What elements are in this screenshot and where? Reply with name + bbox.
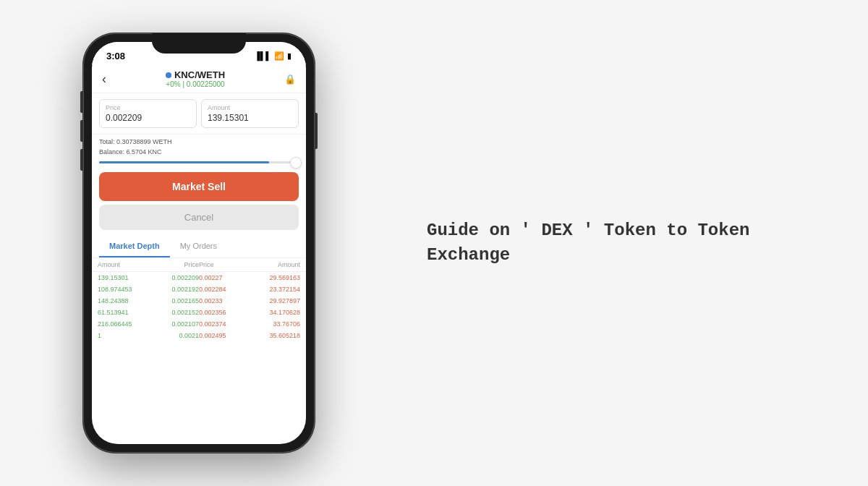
depth-amount-right: 29.927897 bbox=[250, 297, 300, 304]
depth-price-right: 0.002284 bbox=[199, 286, 250, 293]
wifi-icon: 📶 bbox=[274, 51, 284, 61]
phone-shell: 3:08 ▐▌▌ 📶 ▮ ‹ KNC/WETH +0% | 0.00225000 bbox=[83, 33, 315, 453]
depth-amount-left: 148.24388 bbox=[98, 297, 148, 304]
total-info: Total: 0.30738899 WETH Balance: 6.5704 K… bbox=[99, 137, 299, 157]
market-sell-button[interactable]: Market Sell bbox=[99, 172, 299, 201]
tab-market-depth[interactable]: Market Depth bbox=[99, 236, 170, 257]
depth-amount-left: 139.15301 bbox=[98, 274, 148, 281]
depth-row[interactable]: 61.513941 0.002152 0.002356 34.170628 bbox=[92, 307, 306, 318]
balance-knc: Balance: 6.5704 KNC bbox=[99, 148, 299, 158]
col-header-amount-left: Amount bbox=[98, 261, 148, 268]
header-center: KNC/WETH +0% | 0.00225000 bbox=[166, 69, 225, 88]
depth-price-left: 0.002107 bbox=[148, 320, 199, 328]
amount-input-box[interactable]: Amount 139.15301 bbox=[201, 99, 299, 128]
slider-thumb bbox=[290, 157, 302, 169]
depth-row[interactable]: 108.974453 0.002192 0.002284 23.372154 bbox=[92, 284, 306, 295]
depth-price-left: 0.0021 bbox=[148, 332, 199, 339]
col-header-price-left: Price bbox=[148, 261, 199, 268]
lock-icon: 🔒 bbox=[284, 74, 296, 85]
input-area: Price 0.002209 Amount 139.15301 bbox=[92, 93, 306, 135]
depth-row[interactable]: 1 0.0021 0.002495 35.605218 bbox=[92, 330, 306, 341]
depth-price-right: 0.00227 bbox=[199, 274, 250, 281]
depth-price-left: 0.002192 bbox=[148, 286, 199, 293]
status-time: 3:08 bbox=[106, 51, 125, 61]
signal-icon: ▐▌▌ bbox=[255, 51, 271, 60]
depth-amount-right: 35.605218 bbox=[250, 332, 300, 339]
tab-my-orders[interactable]: My Orders bbox=[170, 236, 227, 257]
amount-label: Amount bbox=[208, 104, 292, 111]
button-area: Market Sell Cancel bbox=[92, 169, 306, 233]
depth-price-left: 0.002165 bbox=[148, 297, 199, 304]
price-value: 0.002209 bbox=[106, 113, 190, 123]
trading-pair: KNC/WETH bbox=[166, 69, 225, 80]
guide-title: Guide on ' DEX ' Token to Token Exchange bbox=[427, 218, 839, 267]
slider-fill bbox=[99, 161, 269, 163]
tabs-bar: Market Depth My Orders bbox=[92, 236, 306, 258]
price-input-box[interactable]: Price 0.002209 bbox=[99, 99, 197, 128]
depth-amount-left: 61.513941 bbox=[98, 309, 148, 316]
phone-notch bbox=[152, 33, 246, 54]
pair-dot-icon bbox=[166, 72, 171, 78]
col-header-price-right: Price bbox=[199, 261, 250, 268]
depth-row[interactable]: 216.066445 0.002107 0.002374 33.76706 bbox=[92, 318, 306, 330]
col-header-amount-right: Amount bbox=[250, 261, 300, 268]
slider-area: Total: 0.30738899 WETH Balance: 6.5704 K… bbox=[92, 135, 306, 169]
depth-amount-left: 216.066445 bbox=[98, 320, 148, 328]
phone-screen: 3:08 ▐▌▌ 📶 ▮ ‹ KNC/WETH +0% | 0.00225000 bbox=[92, 42, 306, 444]
depth-rows: 139.15301 0.002209 0.00227 29.569163 108… bbox=[92, 272, 306, 341]
depth-amount-right: 33.76706 bbox=[250, 320, 300, 328]
depth-price-left: 0.002152 bbox=[148, 309, 199, 316]
depth-amount-right: 29.569163 bbox=[250, 274, 300, 281]
phone-mockup: 3:08 ▐▌▌ 📶 ▮ ‹ KNC/WETH +0% | 0.00225000 bbox=[0, 0, 398, 486]
back-button[interactable]: ‹ bbox=[102, 72, 106, 87]
depth-amount-right: 23.372154 bbox=[250, 286, 300, 293]
status-icons: ▐▌▌ 📶 ▮ bbox=[255, 51, 292, 61]
price-label: Price bbox=[106, 104, 190, 111]
depth-price-left: 0.002209 bbox=[148, 274, 199, 281]
right-panel: Guide on ' DEX ' Token to Token Exchange bbox=[398, 189, 868, 296]
cancel-button[interactable]: Cancel bbox=[99, 205, 299, 230]
app-header: ‹ KNC/WETH +0% | 0.00225000 🔒 bbox=[92, 65, 306, 93]
depth-price-right: 0.00233 bbox=[199, 297, 250, 304]
battery-icon: ▮ bbox=[287, 51, 292, 61]
slider-track[interactable] bbox=[99, 161, 299, 163]
depth-price-right: 0.002374 bbox=[199, 320, 250, 328]
depth-amount-right: 34.170628 bbox=[250, 309, 300, 316]
depth-amount-left: 108.974453 bbox=[98, 286, 148, 293]
depth-table-header: Amount Price Price Amount bbox=[92, 258, 306, 272]
amount-value: 139.15301 bbox=[208, 113, 292, 123]
depth-price-right: 0.002495 bbox=[199, 332, 250, 339]
depth-amount-left: 1 bbox=[98, 332, 148, 339]
price-change: +0% | 0.00225000 bbox=[166, 80, 225, 88]
depth-price-right: 0.002356 bbox=[199, 309, 250, 316]
total-weth: Total: 0.30738899 WETH bbox=[99, 137, 299, 148]
depth-row[interactable]: 139.15301 0.002209 0.00227 29.569163 bbox=[92, 272, 306, 284]
depth-row[interactable]: 148.24388 0.002165 0.00233 29.927897 bbox=[92, 295, 306, 307]
market-depth-table: Amount Price Price Amount 139.15301 0.00… bbox=[92, 258, 306, 444]
